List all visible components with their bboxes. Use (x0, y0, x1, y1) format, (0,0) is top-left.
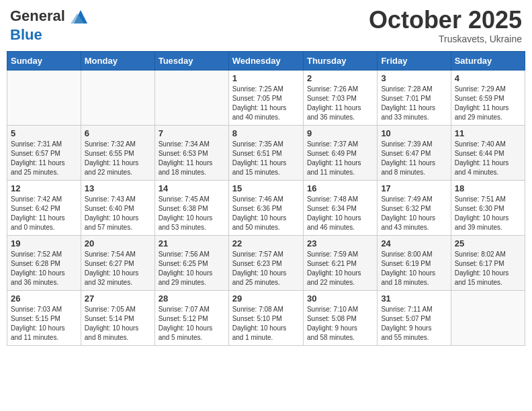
day-info: Sunrise: 8:02 AM Sunset: 6:17 PM Dayligh… (455, 250, 521, 287)
day-info: Sunrise: 7:03 AM Sunset: 5:15 PM Dayligh… (11, 305, 77, 342)
calendar-week-row: 19Sunrise: 7:52 AM Sunset: 6:28 PM Dayli… (7, 235, 525, 290)
calendar-week-row: 26Sunrise: 7:03 AM Sunset: 5:15 PM Dayli… (7, 290, 525, 345)
day-number: 14 (159, 183, 225, 193)
weekday-header: Tuesday (154, 51, 228, 70)
calendar-cell: 22Sunrise: 7:57 AM Sunset: 6:23 PM Dayli… (228, 235, 303, 290)
day-info: Sunrise: 7:37 AM Sunset: 6:49 PM Dayligh… (307, 140, 373, 177)
calendar-cell: 27Sunrise: 7:05 AM Sunset: 5:14 PM Dayli… (81, 290, 154, 345)
day-info: Sunrise: 7:57 AM Sunset: 6:23 PM Dayligh… (232, 250, 300, 287)
calendar-cell: 13Sunrise: 7:43 AM Sunset: 6:40 PM Dayli… (81, 180, 154, 235)
calendar-cell (154, 70, 228, 125)
day-info: Sunrise: 7:56 AM Sunset: 6:25 PM Dayligh… (159, 250, 225, 287)
calendar-cell (7, 70, 81, 125)
calendar-cell: 29Sunrise: 7:08 AM Sunset: 5:10 PM Dayli… (228, 290, 303, 345)
calendar-cell: 11Sunrise: 7:40 AM Sunset: 6:44 PM Dayli… (451, 125, 525, 180)
logo: General Blue (10, 7, 91, 43)
day-info: Sunrise: 7:29 AM Sunset: 6:59 PM Dayligh… (455, 85, 521, 122)
calendar-cell: 26Sunrise: 7:03 AM Sunset: 5:15 PM Dayli… (7, 290, 81, 345)
day-info: Sunrise: 7:10 AM Sunset: 5:08 PM Dayligh… (307, 305, 373, 342)
calendar-week-row: 12Sunrise: 7:42 AM Sunset: 6:42 PM Dayli… (7, 180, 525, 235)
day-number: 26 (11, 293, 77, 304)
calendar-cell: 12Sunrise: 7:42 AM Sunset: 6:42 PM Dayli… (7, 180, 81, 235)
day-number: 11 (455, 128, 521, 138)
day-number: 6 (85, 128, 151, 138)
weekday-header: Thursday (303, 51, 377, 70)
day-number: 27 (85, 293, 151, 304)
day-info: Sunrise: 7:59 AM Sunset: 6:21 PM Dayligh… (307, 250, 373, 287)
day-info: Sunrise: 7:39 AM Sunset: 6:47 PM Dayligh… (381, 140, 447, 177)
logo-general: General (10, 7, 65, 24)
day-number: 20 (85, 238, 151, 248)
calendar-cell (81, 70, 154, 125)
day-info: Sunrise: 7:52 AM Sunset: 6:28 PM Dayligh… (11, 250, 77, 287)
calendar-cell: 21Sunrise: 7:56 AM Sunset: 6:25 PM Dayli… (154, 235, 228, 290)
calendar-cell: 4Sunrise: 7:29 AM Sunset: 6:59 PM Daylig… (451, 70, 525, 125)
calendar-cell: 19Sunrise: 7:52 AM Sunset: 6:28 PM Dayli… (7, 235, 81, 290)
calendar-cell: 24Sunrise: 8:00 AM Sunset: 6:19 PM Dayli… (378, 235, 451, 290)
calendar-cell (451, 290, 525, 345)
logo-blue: Blue (10, 26, 42, 43)
weekday-header-row: SundayMondayTuesdayWednesdayThursdayFrid… (7, 51, 525, 70)
calendar-table: SundayMondayTuesdayWednesdayThursdayFrid… (7, 51, 525, 346)
day-info: Sunrise: 7:51 AM Sunset: 6:30 PM Dayligh… (455, 195, 521, 232)
day-number: 23 (307, 238, 373, 248)
day-number: 29 (232, 293, 300, 304)
day-info: Sunrise: 7:34 AM Sunset: 6:53 PM Dayligh… (159, 140, 225, 177)
day-info: Sunrise: 7:42 AM Sunset: 6:42 PM Dayligh… (11, 195, 77, 232)
calendar-cell: 5Sunrise: 7:31 AM Sunset: 6:57 PM Daylig… (7, 125, 81, 180)
location-subtitle: Truskavets, Ukraine (369, 34, 522, 44)
logo-icon (71, 7, 91, 27)
day-number: 5 (11, 128, 77, 138)
calendar-cell: 8Sunrise: 7:35 AM Sunset: 6:51 PM Daylig… (228, 125, 303, 180)
calendar-cell: 25Sunrise: 8:02 AM Sunset: 6:17 PM Dayli… (451, 235, 525, 290)
day-number: 7 (159, 128, 225, 138)
day-number: 31 (381, 293, 447, 304)
day-number: 19 (11, 238, 77, 248)
weekday-header: Monday (81, 51, 154, 70)
calendar-cell: 23Sunrise: 7:59 AM Sunset: 6:21 PM Dayli… (303, 235, 377, 290)
title-block: October 2025 Truskavets, Ukraine (369, 7, 522, 44)
day-number: 28 (159, 293, 225, 304)
day-info: Sunrise: 7:32 AM Sunset: 6:55 PM Dayligh… (85, 140, 151, 177)
day-number: 15 (232, 183, 300, 193)
day-info: Sunrise: 7:28 AM Sunset: 7:01 PM Dayligh… (381, 85, 447, 122)
calendar-cell: 2Sunrise: 7:26 AM Sunset: 7:03 PM Daylig… (303, 70, 377, 125)
weekday-header: Saturday (451, 51, 525, 70)
day-number: 18 (455, 183, 521, 193)
day-info: Sunrise: 7:25 AM Sunset: 7:05 PM Dayligh… (232, 85, 300, 122)
day-number: 9 (307, 128, 373, 138)
month-title: October 2025 (369, 7, 522, 34)
calendar-cell: 10Sunrise: 7:39 AM Sunset: 6:47 PM Dayli… (378, 125, 451, 180)
day-number: 8 (232, 128, 300, 138)
day-info: Sunrise: 7:08 AM Sunset: 5:10 PM Dayligh… (232, 305, 300, 342)
calendar-cell: 16Sunrise: 7:48 AM Sunset: 6:34 PM Dayli… (303, 180, 377, 235)
page-header: General Blue October 2025 Truskavets, Uk… (7, 7, 525, 44)
calendar-week-row: 5Sunrise: 7:31 AM Sunset: 6:57 PM Daylig… (7, 125, 525, 180)
day-number: 3 (381, 73, 447, 83)
calendar-week-row: 1Sunrise: 7:25 AM Sunset: 7:05 PM Daylig… (7, 70, 525, 125)
calendar-cell: 31Sunrise: 7:11 AM Sunset: 5:07 PM Dayli… (378, 290, 451, 345)
calendar-cell: 7Sunrise: 7:34 AM Sunset: 6:53 PM Daylig… (154, 125, 228, 180)
weekday-header: Friday (378, 51, 451, 70)
day-number: 25 (455, 238, 521, 248)
weekday-header: Wednesday (228, 51, 303, 70)
day-info: Sunrise: 8:00 AM Sunset: 6:19 PM Dayligh… (381, 250, 447, 287)
calendar-cell: 9Sunrise: 7:37 AM Sunset: 6:49 PM Daylig… (303, 125, 377, 180)
day-info: Sunrise: 7:05 AM Sunset: 5:14 PM Dayligh… (85, 305, 151, 342)
day-number: 24 (381, 238, 447, 248)
day-info: Sunrise: 7:40 AM Sunset: 6:44 PM Dayligh… (455, 140, 521, 177)
day-number: 22 (232, 238, 300, 248)
day-info: Sunrise: 7:54 AM Sunset: 6:27 PM Dayligh… (85, 250, 151, 287)
day-info: Sunrise: 7:26 AM Sunset: 7:03 PM Dayligh… (307, 85, 373, 122)
day-number: 13 (85, 183, 151, 193)
day-number: 4 (455, 73, 521, 83)
day-number: 16 (307, 183, 373, 193)
day-info: Sunrise: 7:43 AM Sunset: 6:40 PM Dayligh… (85, 195, 151, 232)
calendar-cell: 6Sunrise: 7:32 AM Sunset: 6:55 PM Daylig… (81, 125, 154, 180)
calendar-cell: 3Sunrise: 7:28 AM Sunset: 7:01 PM Daylig… (378, 70, 451, 125)
calendar-cell: 20Sunrise: 7:54 AM Sunset: 6:27 PM Dayli… (81, 235, 154, 290)
calendar-cell: 18Sunrise: 7:51 AM Sunset: 6:30 PM Dayli… (451, 180, 525, 235)
weekday-header: Sunday (7, 51, 81, 70)
day-info: Sunrise: 7:35 AM Sunset: 6:51 PM Dayligh… (232, 140, 300, 177)
calendar-cell: 14Sunrise: 7:45 AM Sunset: 6:38 PM Dayli… (154, 180, 228, 235)
